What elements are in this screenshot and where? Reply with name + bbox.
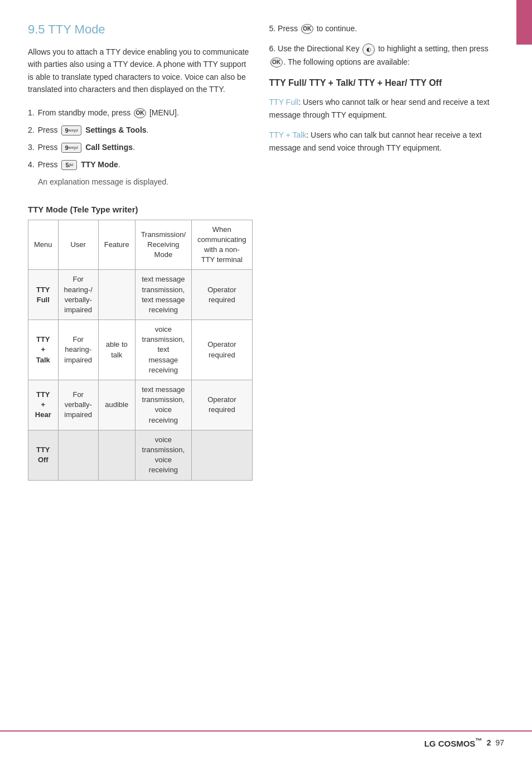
step-4-sub: An explanation message is displayed. [38,176,253,188]
table-section: TTY Mode (Tele Type writer) Menu User Fe… [28,205,253,481]
cell-feature-ttyhear: audible [98,380,135,430]
cell-trans-ttyfull: text message transmission,text message r… [135,270,191,320]
table-row: TTY +Hear For verbally-impaired audible … [28,380,253,430]
ok-key-step1: OK [134,108,146,118]
col-user: User [58,220,98,270]
cell-nontty-ttyhear: Operatorrequired [192,380,252,430]
step-3: 3. Press 9wxyz Call Settings. [28,142,253,153]
cell-user-ttyhear: For verbally-impaired [58,380,98,430]
step-1-content: From standby mode, press OK [MENU]. [38,107,253,119]
ok-key-step5: OK [301,24,313,34]
cell-trans-ttyhear: text message transmission,voice receivin… [135,380,191,430]
corner-tab [516,0,532,45]
tty-full-option: TTY Full: Users who cannot talk or hear … [269,96,504,121]
step-2-number: 2. [28,124,35,136]
step-6: 6. Use the Directional Key ◐ to highligh… [269,42,504,68]
col-feature: Feature [98,220,135,270]
step-1: 1. From standby mode, press OK [MENU]. [28,107,253,119]
col-transmission: Transmission/Receiving Mode [135,220,191,270]
table-row: TTY +Talk For hearing-impaired able to t… [28,320,253,380]
cell-menu-ttyhear: TTY +Hear [28,380,59,430]
directional-key-icon: ◐ [362,43,375,56]
footer-model: 2 [485,738,491,747]
step-2-content: Press 9wxyz Settings & Tools. [38,124,253,136]
step-4-content: Press 5jkl TTY Mode. [38,159,253,171]
content-wrapper: 9.5 TTY Mode Allows you to attach a TTY … [28,22,504,481]
page: 9.5 TTY Mode Allows you to attach a TTY … [0,0,532,765]
tty-full-label: TTY Full [269,98,299,106]
table-row: TTY Full For hearing-/verbally-impaired … [28,270,253,320]
table-header-row: Menu User Feature Transmission/Receiving… [28,220,253,270]
cell-trans-ttytalk: voice transmission, textmessage receivin… [135,320,191,380]
col-non-tty: When communicating with a non-TTY termin… [192,220,252,270]
step-4-number: 4. [28,159,35,171]
footer-tm: ™ [475,737,482,745]
cell-menu-ttyfull: TTY Full [28,270,59,320]
cell-feature-ttyfull [98,270,135,320]
table-title: TTY Mode (Tele Type writer) [28,205,253,214]
step-3-number: 3. [28,142,35,153]
key-9wxyz-step2: 9wxyz [61,125,81,135]
tty-talk-label: TTY + Talk [269,130,307,139]
cell-user-ttyfull: For hearing-/verbally-impaired [58,270,98,320]
intro-paragraph: Allows you to attach a TTY device enabli… [28,46,253,96]
key-5jkl-step4: 5jkl [61,160,77,170]
cell-menu-ttyoff: TTY Off [28,430,59,480]
step-5: 5. Press OK to continue. [269,22,504,35]
left-column: 9.5 TTY Mode Allows you to attach a TTY … [28,22,253,481]
key-9wxyz-step3: 9wxyz [61,143,81,153]
tty-talk-option: TTY + Talk: Users who can talk but canno… [269,129,504,154]
cell-nontty-ttytalk: Operatorrequired [192,320,252,380]
bottom-line [0,730,532,732]
cell-nontty-ttyoff [192,430,252,480]
cell-trans-ttyoff: voice transmission, voicereceiving [135,430,191,480]
footer-page: 97 [494,738,504,747]
step-3-content: Press 9wxyz Call Settings. [38,142,253,153]
col-menu: Menu [28,220,59,270]
cell-user-ttytalk: For hearing-impaired [58,320,98,380]
ok-key-step6: OK [270,57,283,67]
tty-talk-separator: : [306,130,311,139]
step-5-number: 5. [269,24,276,33]
cell-feature-ttyoff [98,430,135,480]
page-title: 9.5 TTY Mode [28,22,253,37]
right-column: 5. Press OK to continue. 6. Use the Dire… [269,22,504,481]
tty-full-separator: : [298,98,303,106]
tty-mode-table: Menu User Feature Transmission/Receiving… [28,220,253,481]
cell-menu-ttytalk: TTY +Talk [28,320,59,380]
cell-feature-ttytalk: able to talk [98,320,135,380]
step-1-number: 1. [28,107,35,119]
options-heading: TTY Full/ TTY + Talk/ TTY + Hear/ TTY Of… [269,77,504,89]
footer: LG COSMOS™ 2 97 [424,737,504,748]
step-6-number: 6. [269,44,276,53]
cell-user-ttyoff [58,430,98,480]
footer-brand: LG COSMOS™ [424,737,482,748]
step-4: 4. Press 5jkl TTY Mode. [28,159,253,171]
cell-nontty-ttyfull: Operatorrequired [192,270,252,320]
step-2: 2. Press 9wxyz Settings & Tools. [28,124,253,136]
table-row: TTY Off voice transmission, voicereceivi… [28,430,253,480]
